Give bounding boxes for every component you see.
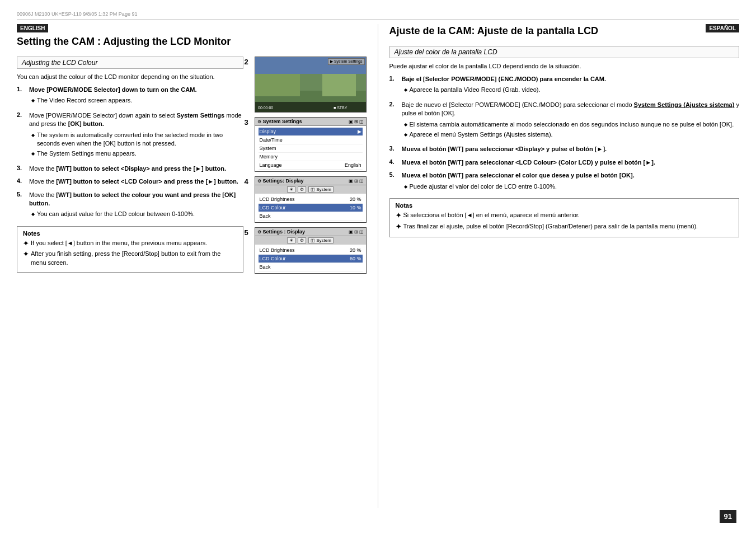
right-step-2-content: Baje de nuevo el [Selector POWER/MODE] (… xyxy=(402,101,740,141)
screen-5-row-back: Back xyxy=(259,263,363,271)
right-header-area: ESPAÑOL Ajuste de la CAM: Ajuste de la p… xyxy=(389,24,740,43)
right-step-4: 4. Mueva el botón [W/T] para seleccionar… xyxy=(389,158,740,167)
right-step-3-content: Mueva el botón [W/T] para seleccionar <D… xyxy=(402,145,740,153)
diamond-icon: ◆ xyxy=(404,121,407,129)
right-step-2-bullets: ◆ El sistema cambia automáticamente al m… xyxy=(404,120,740,139)
left-notes-list: ✦ If you select [◄] button in the menu, … xyxy=(23,239,237,268)
screen-3-icons: ▣ ⊞ ◫ xyxy=(349,119,364,124)
left-step-4: 4. Move the [W/T] button to select <LCD … xyxy=(17,177,243,186)
step-2-bullets: ◆ The system is automatically converted … xyxy=(31,131,243,158)
step-5-content: Move the [W/T] button to select the colo… xyxy=(29,191,243,221)
screen-3-row-display: Display ▶ xyxy=(259,128,363,136)
screen-3: ⚙ System Settings ▣ ⊞ ◫ xyxy=(255,117,367,172)
right-note-2: ✦ Tras finalizar el ajuste, pulse el bot… xyxy=(396,222,734,232)
arrow-icon: ▶ xyxy=(358,129,361,134)
right-step-4-num: 4. xyxy=(389,158,400,167)
columns-layout: ENGLISH Setting the CAM : Adjusting the … xyxy=(17,24,739,508)
right-note-1: ✦ Si selecciona el botón [◄] en el menú,… xyxy=(396,211,734,221)
icon-3: ◫ xyxy=(359,229,364,235)
header-text: 00906J M2100 UK+ESP-110 9/8/05 1:32 PM P… xyxy=(17,11,137,17)
right-notes-title: Notas xyxy=(396,202,734,209)
left-note-1: ✦ If you select [◄] button in the menu, … xyxy=(23,239,237,249)
cam-menu-badge: ▶ System Settings xyxy=(328,58,365,65)
left-column: ENGLISH Setting the CAM : Adjusting the … xyxy=(17,24,378,508)
right-step-1-content: Baje el [Selector POWER/MODE] (ENC./MODO… xyxy=(402,75,740,96)
cam-scene-svg: 00:00:00 ■ STBY xyxy=(255,57,367,113)
step-2-content: Move [POWER/MODE Selector] down again to… xyxy=(29,111,243,160)
step-1-bullet-1: ◆ The Video Record screen appears. xyxy=(31,96,243,105)
screen-3-row-language: Language English xyxy=(259,161,363,170)
left-title: Setting the CAM : Adjusting the LCD Moni… xyxy=(17,36,367,48)
cam-image: 00:00:00 ■ STBY ▶ System Settings xyxy=(255,57,367,113)
right-step-1-num: 1. xyxy=(389,75,400,96)
screen-4-icons: ▣ ⊞ ◫ xyxy=(349,179,364,184)
screen-4-row-colour: LCD Colour 10 % xyxy=(259,204,363,212)
screen-4-title: Settings: Display xyxy=(263,178,304,184)
screen-5-header-left: ⚙ Settings : Display xyxy=(257,229,306,235)
screens-container: 2 00:00:00 xyxy=(255,57,367,274)
right-step-5: 5. Mueva el botón [W/T] para seleccionar… xyxy=(389,171,740,193)
right-step-1-bullets: ◆ Aparece la pantalla Video Record (Grab… xyxy=(404,86,740,94)
left-step-2: 2. Move [POWER/MODE Selector] down again… xyxy=(17,111,243,160)
icon-2: ⊞ xyxy=(354,119,358,124)
icon-1: ▣ xyxy=(349,179,353,184)
tab-icon-2: ⚙ xyxy=(298,237,306,243)
step-5-num: 5. xyxy=(17,191,27,221)
plus-icon: ✦ xyxy=(396,222,401,232)
screen-3-title: System Settings xyxy=(263,119,302,124)
screen-5: ⚙ Settings : Display ▣ ⊞ ◫ ☀ xyxy=(255,227,367,274)
diamond-icon: ◆ xyxy=(404,184,407,191)
screen-4-row-back: Back xyxy=(259,212,363,221)
icon-1: ▣ xyxy=(349,119,353,124)
page-wrapper: 00906J M2100 UK+ESP-110 9/8/05 1:32 PM P… xyxy=(0,0,756,534)
screen-3-header: ⚙ System Settings ▣ ⊞ ◫ xyxy=(255,118,366,126)
screen-3-label: 3 xyxy=(245,118,248,127)
diamond-icon: ◆ xyxy=(404,132,407,139)
left-header-area: ENGLISH Setting the CAM : Adjusting the … xyxy=(17,24,367,53)
screen-5-title: Settings : Display xyxy=(263,229,306,235)
diamond-icon: ◆ xyxy=(31,97,35,105)
screen-5-label: 5 xyxy=(245,228,248,237)
screen-3-row-system: System xyxy=(259,144,363,153)
plus-icon: ✦ xyxy=(396,211,401,221)
plus-icon: ✦ xyxy=(23,250,29,267)
icon-2: ⊞ xyxy=(354,229,358,235)
right-step-2-bullet-2: ◆ Aparece el menú System Settings (Ajust… xyxy=(404,130,740,139)
settings-icon: ⚙ xyxy=(257,119,261,124)
left-intro: You can adjust the colour of the LCD mon… xyxy=(17,73,243,80)
left-steps-area: Adjusting the LCD Colour You can adjust … xyxy=(17,57,243,279)
right-notes-list: ✦ Si selecciona el botón [◄] en el menú,… xyxy=(396,211,734,232)
screen-3-wrapper: 3 ⚙ System Settings ▣ ⊞ ◫ xyxy=(255,117,367,172)
screen-5-tabs: ☀ ⚙ ◫ System xyxy=(255,236,366,245)
right-step-5-bullets: ◆ Puede ajustar el valor del color de LC… xyxy=(404,182,740,191)
right-step-1: 1. Baje el [Selector POWER/MODE] (ENC./M… xyxy=(389,75,740,96)
step-5-bullet-1: ◆ You can adjust value for the LCD colou… xyxy=(31,210,243,218)
screen-4-label: 4 xyxy=(245,177,248,186)
plus-icon: ✦ xyxy=(23,239,29,249)
step-4-num: 4. xyxy=(17,177,27,186)
tab-icon-1: ☀ xyxy=(287,186,295,193)
diamond-icon: ◆ xyxy=(31,211,35,218)
screen-2-wrapper: 2 00:00:00 xyxy=(255,57,367,113)
icon-1: ▣ xyxy=(349,229,353,235)
screen-5-header: ⚙ Settings : Display ▣ ⊞ ◫ xyxy=(255,228,366,236)
spanish-badge: ESPAÑOL xyxy=(706,24,739,32)
right-step-3-num: 3. xyxy=(389,145,400,153)
right-title: Ajuste de la CAM: Ajuste de la pantalla … xyxy=(389,25,740,37)
top-header: 00906J M2100 UK+ESP-110 9/8/05 1:32 PM P… xyxy=(17,11,739,20)
diamond-icon: ◆ xyxy=(31,132,35,148)
step-3-num: 3. xyxy=(17,165,27,173)
right-step-3: 3. Mueva el botón [W/T] para seleccionar… xyxy=(389,145,740,153)
right-step-5-bullet-1: ◆ Puede ajustar el valor del color de LC… xyxy=(404,182,740,191)
right-column: ESPAÑOL Ajuste de la CAM: Ajuste de la p… xyxy=(378,24,740,508)
screen-4-header: ⚙ Settings: Display ▣ ⊞ ◫ xyxy=(255,177,366,185)
left-step-list: 1. Move [POWER/MODE Selector] down to tu… xyxy=(17,86,243,221)
right-step-2-num: 2. xyxy=(389,101,400,141)
tab-icon-2: ⚙ xyxy=(298,186,306,193)
tab-icon-1: ☀ xyxy=(287,237,295,243)
screen-5-body: LCD Brightness 20 % LCD Colour 60 % Back xyxy=(255,245,366,273)
left-subsection-title: Adjusting the LCD Colour xyxy=(17,57,243,69)
screen-5-row-colour: LCD Colour 60 % xyxy=(259,255,363,263)
step-2-bullet-1: ◆ The system is automatically converted … xyxy=(31,131,243,148)
english-badge: ENGLISH xyxy=(17,24,48,32)
